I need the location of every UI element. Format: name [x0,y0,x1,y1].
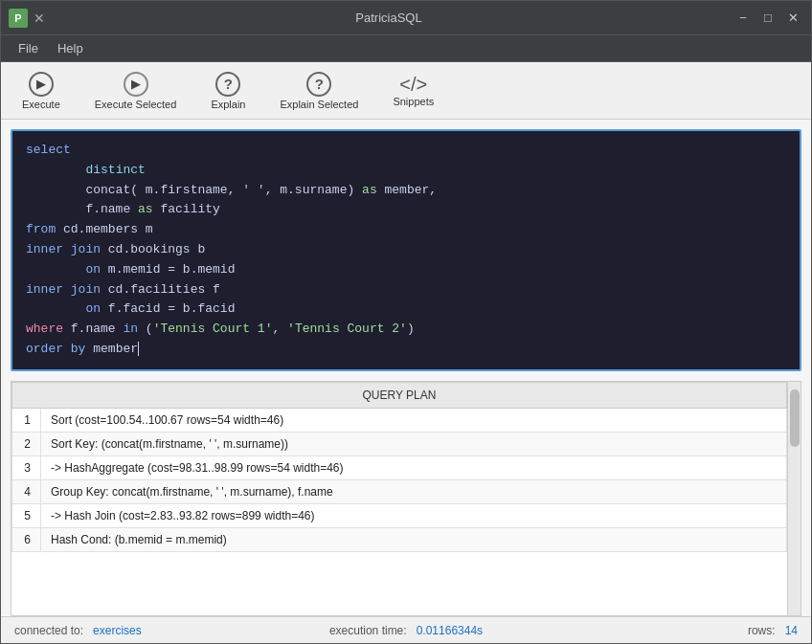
minimize-button[interactable]: − [733,8,754,29]
code-line-6: inner join cd.bookings b [26,240,786,260]
results-scroll: QUERY PLAN 1 Sort (cost=100.54..100.67 r… [11,382,801,615]
status-execution: execution time: 0.01166344s [276,624,537,637]
explain-icon: ? [215,72,240,97]
results-area: QUERY PLAN 1 Sort (cost=100.54..100.67 r… [11,381,801,616]
main-content: select distinct concat( m.firstname, ' '… [1,120,811,643]
row-value: -> Hash Join (cost=2.83..93.82 rows=899 … [41,503,787,527]
row-number: 2 [12,432,41,455]
snippets-icon: </> [399,75,427,94]
scrollbar-thumb[interactable] [790,389,800,447]
maximize-button[interactable]: □ [757,8,778,29]
titlebar-controls: − □ ✕ [733,8,803,29]
pin-icon[interactable]: ✕ [34,11,45,26]
row-value: Sort (cost=100.54..100.67 rows=54 width=… [41,408,787,432]
rows-label: rows: [748,624,776,637]
table-row: 3 -> HashAggregate (cost=98.31..98.99 ro… [12,455,787,479]
menu-help[interactable]: Help [48,39,93,57]
close-button[interactable]: ✕ [782,8,803,29]
explain-button[interactable]: ? Explain [205,68,251,114]
statusbar: connected to: exercises execution time: … [1,616,811,643]
menu-file[interactable]: File [9,39,48,57]
code-line-5: from cd.members m [26,220,786,240]
code-line-3: concat( m.firstname, ' ', m.surname) as … [26,181,786,201]
execution-label: execution time: [329,624,407,637]
connected-label: connected to: [14,624,83,637]
table-row: 4 Group Key: concat(m.firstname, ' ', m.… [12,479,787,503]
explain-selected-label: Explain Selected [280,99,358,110]
code-editor[interactable]: select distinct concat( m.firstname, ' '… [11,129,801,371]
scrollbar-track[interactable] [787,382,801,615]
results-table: QUERY PLAN 1 Sort (cost=100.54..100.67 r… [11,382,787,552]
row-number: 3 [12,455,41,479]
main-window: P ✕ PatriciaSQL − □ ✕ File Help ▶ Execut… [0,0,812,644]
row-number: 5 [12,503,41,527]
code-line-2: distinct [26,161,786,181]
code-line-8: inner join cd.facilities f [26,280,786,300]
code-line-7: on m.memid = b.memid [26,260,786,280]
execute-selected-label: Execute Selected [95,99,177,110]
code-line-9: on f.facid = b.facid [26,300,786,320]
execute-selected-icon: ▶ [124,72,148,97]
table-row: 5 -> Hash Join (cost=2.83..93.82 rows=89… [12,503,787,527]
row-number: 6 [12,527,41,551]
results-table-container[interactable]: QUERY PLAN 1 Sort (cost=100.54..100.67 r… [11,382,787,615]
snippets-button[interactable]: </> Snippets [387,71,440,111]
row-value: Group Key: concat(m.firstname, ' ', m.su… [41,479,787,503]
execute-icon: ▶ [29,72,54,97]
execute-label: Execute [22,99,60,110]
explain-selected-icon: ? [306,72,331,97]
row-number: 4 [12,479,41,503]
explain-label: Explain [211,99,245,110]
row-value: Hash Cond: (b.memid = m.memid) [41,527,787,551]
row-number: 1 [12,408,41,432]
snippets-label: Snippets [393,96,434,107]
row-value: Sort Key: (concat(m.firstname, ' ', m.su… [41,432,787,455]
row-value: -> HashAggregate (cost=98.31..98.99 rows… [41,455,787,479]
code-line-10: where f.name in ('Tennis Court 1', 'Tenn… [26,320,786,340]
table-row: 6 Hash Cond: (b.memid = m.memid) [12,527,787,551]
code-line-1: select [26,141,786,161]
status-connected: connected to: exercises [14,624,276,637]
menubar: File Help [1,35,811,62]
titlebar-title: PatriciaSQL [45,11,733,25]
app-icon: P [9,9,28,28]
toolbar: ▶ Execute ▶ Execute Selected ? Explain ?… [1,62,811,120]
code-line-4: f.name as facility [26,200,786,220]
table-row: 1 Sort (cost=100.54..100.67 rows=54 widt… [12,408,787,432]
execute-button[interactable]: ▶ Execute [16,68,66,114]
execute-selected-button[interactable]: ▶ Execute Selected [89,68,183,114]
connected-value: exercises [93,624,142,637]
execution-value: 0.01166344s [417,624,483,637]
explain-selected-button[interactable]: ? Explain Selected [274,68,364,114]
rows-value: 14 [785,624,798,637]
status-rows: rows: 14 [536,624,798,637]
table-row: 2 Sort Key: (concat(m.firstname, ' ', m.… [12,432,787,455]
code-line-11: order by member [26,340,786,360]
titlebar: P ✕ PatriciaSQL − □ ✕ [1,1,811,35]
query-plan-header: QUERY PLAN [12,382,787,408]
titlebar-left: P ✕ [9,9,45,28]
